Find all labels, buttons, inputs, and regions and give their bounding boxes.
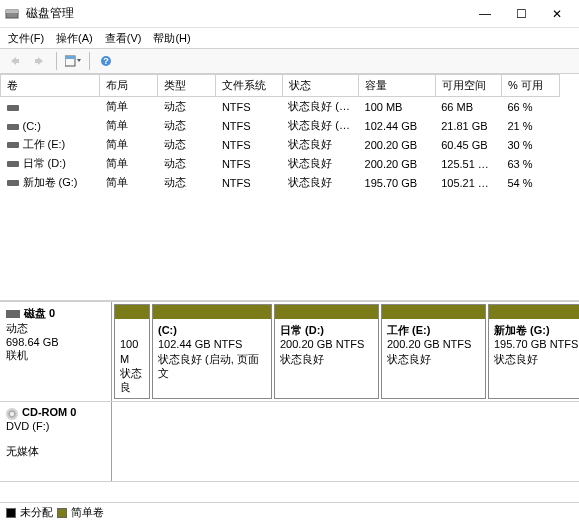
window-controls: — ☐ ✕	[467, 0, 575, 27]
volume-list-pane[interactable]: 卷 布局 类型 文件系统 状态 容量 可用空间 % 可用 简单动态NTFS状态良…	[0, 74, 579, 302]
svg-text:?: ?	[103, 56, 109, 66]
minimize-button[interactable]: —	[467, 0, 503, 27]
partition-name: 日常 (D:)	[280, 323, 373, 337]
toolbar: ?	[0, 48, 579, 74]
disk-icon	[6, 310, 20, 318]
volume-row[interactable]: 工作 (E:)简单动态NTFS状态良好200.20 GB60.45 GB30 %	[1, 135, 560, 154]
col-layout[interactable]: 布局	[100, 75, 158, 97]
disk-type: 动态	[6, 321, 105, 336]
partition-body: 100 M状态良	[115, 319, 149, 398]
disk-row: CD-ROM 0DVD (F:) 无媒体	[0, 402, 579, 482]
legend: 未分配 简单卷	[0, 502, 579, 522]
col-volume[interactable]: 卷	[1, 75, 100, 97]
disk-label-cell[interactable]: 磁盘 0动态698.64 GB联机	[0, 302, 112, 401]
partition-container: 100 M状态良(C:)102.44 GB NTFS状态良好 (启动, 页面文日…	[112, 302, 579, 401]
toolbar-separator	[56, 52, 57, 70]
partition[interactable]: 日常 (D:)200.20 GB NTFS状态良好	[274, 304, 379, 399]
partition-body: 新加卷 (G:)195.70 GB NTFS状态良好	[489, 319, 579, 398]
disk-type: DVD (F:)	[6, 420, 105, 432]
partition-header	[115, 305, 149, 319]
partition-size: 200.20 GB NTFS	[387, 337, 480, 351]
col-type[interactable]: 类型	[158, 75, 216, 97]
disk-state: 联机	[6, 348, 105, 363]
col-fs[interactable]: 文件系统	[216, 75, 282, 97]
legend-swatch-unallocated	[6, 508, 16, 518]
partition-name: (C:)	[158, 323, 266, 337]
partition-size: 100 M	[120, 337, 144, 366]
disk-name: CD-ROM 0	[22, 406, 76, 418]
toolbar-separator	[89, 52, 90, 70]
disk-label-cell[interactable]: CD-ROM 0DVD (F:) 无媒体	[0, 402, 112, 481]
menu-file[interactable]: 文件(F)	[4, 29, 48, 48]
maximize-button[interactable]: ☐	[503, 0, 539, 27]
menu-view[interactable]: 查看(V)	[101, 29, 146, 48]
partition-size: 200.20 GB NTFS	[280, 337, 373, 351]
col-status[interactable]: 状态	[282, 75, 358, 97]
partition-size: 102.44 GB NTFS	[158, 337, 266, 351]
titlebar: 磁盘管理 — ☐ ✕	[0, 0, 579, 28]
partition-status: 状态良好 (启动, 页面文	[158, 352, 266, 381]
volume-row[interactable]: 日常 (D:)简单动态NTFS状态良好200.20 GB125.51 …63 %	[1, 154, 560, 173]
volume-icon	[7, 105, 19, 111]
nav-back-button	[2, 50, 26, 72]
partition-header	[382, 305, 485, 319]
partition-header	[153, 305, 271, 319]
cd-icon	[6, 408, 18, 420]
legend-swatch-simple	[57, 508, 67, 518]
volume-icon	[7, 142, 19, 148]
col-pct[interactable]: % 可用	[501, 75, 559, 97]
disk-name: 磁盘 0	[24, 307, 55, 319]
col-capacity[interactable]: 容量	[359, 75, 436, 97]
partition[interactable]: 工作 (E:)200.20 GB NTFS状态良好	[381, 304, 486, 399]
partition-name: 新加卷 (G:)	[494, 323, 579, 337]
volume-icon	[7, 180, 19, 186]
menu-help[interactable]: 帮助(H)	[149, 29, 194, 48]
toolbar-views-button[interactable]	[61, 50, 85, 72]
partition-name: 工作 (E:)	[387, 323, 480, 337]
menu-action[interactable]: 操作(A)	[52, 29, 97, 48]
partition-name	[120, 323, 144, 337]
legend-label-unallocated: 未分配	[20, 505, 53, 520]
app-icon	[4, 6, 20, 22]
svg-rect-1	[6, 10, 18, 13]
partition-header	[489, 305, 579, 319]
disk-size: 698.64 GB	[6, 336, 105, 348]
nav-forward-button	[28, 50, 52, 72]
disk-graphical-pane[interactable]: 磁盘 0动态698.64 GB联机 100 M状态良(C:)102.44 GB …	[0, 302, 579, 502]
partition-container	[112, 402, 579, 481]
partition[interactable]: 新加卷 (G:)195.70 GB NTFS状态良好	[488, 304, 579, 399]
partition[interactable]: 100 M状态良	[114, 304, 150, 399]
volume-row[interactable]: 简单动态NTFS状态良好 (…100 MB66 MB66 %	[1, 97, 560, 117]
menubar: 文件(F) 操作(A) 查看(V) 帮助(H)	[0, 28, 579, 48]
partition-body: 日常 (D:)200.20 GB NTFS状态良好	[275, 319, 378, 398]
partition-status: 状态良好	[387, 352, 480, 366]
partition-size: 195.70 GB NTFS	[494, 337, 579, 351]
volume-row[interactable]: (C:)简单动态NTFS状态良好 (…102.44 GB21.81 GB21 %	[1, 116, 560, 135]
volume-icon	[7, 124, 19, 130]
volume-icon	[7, 161, 19, 167]
partition-header	[275, 305, 378, 319]
legend-label-simple: 简单卷	[71, 505, 104, 520]
disk-row: 磁盘 0动态698.64 GB联机 100 M状态良(C:)102.44 GB …	[0, 302, 579, 402]
toolbar-help-button[interactable]: ?	[94, 50, 118, 72]
disk-state: 无媒体	[6, 444, 105, 459]
partition-body: (C:)102.44 GB NTFS状态良好 (启动, 页面文	[153, 319, 271, 398]
partition-body: 工作 (E:)200.20 GB NTFS状态良好	[382, 319, 485, 398]
window-title: 磁盘管理	[26, 5, 74, 22]
partition-status: 状态良好	[494, 352, 579, 366]
partition[interactable]: (C:)102.44 GB NTFS状态良好 (启动, 页面文	[152, 304, 272, 399]
partition-status: 状态良好	[280, 352, 373, 366]
volume-row[interactable]: 新加卷 (G:)简单动态NTFS状态良好195.70 GB105.21 …54 …	[1, 173, 560, 192]
partition-status: 状态良	[120, 366, 144, 395]
svg-rect-3	[65, 56, 75, 59]
volume-table: 卷 布局 类型 文件系统 状态 容量 可用空间 % 可用 简单动态NTFS状态良…	[0, 74, 560, 192]
close-button[interactable]: ✕	[539, 0, 575, 27]
col-free[interactable]: 可用空间	[435, 75, 501, 97]
